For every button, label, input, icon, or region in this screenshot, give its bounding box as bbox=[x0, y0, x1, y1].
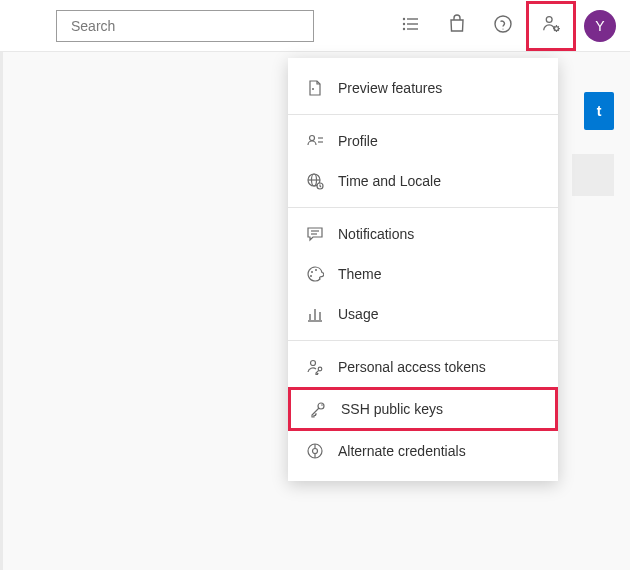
svg-point-5 bbox=[404, 18, 405, 19]
svg-point-21 bbox=[311, 271, 313, 273]
key-icon bbox=[309, 400, 327, 418]
svg-point-31 bbox=[321, 404, 323, 406]
svg-point-7 bbox=[404, 28, 405, 29]
palette-icon bbox=[306, 265, 324, 283]
bar-chart-icon bbox=[306, 305, 324, 323]
svg-point-11 bbox=[554, 26, 558, 30]
svg-point-22 bbox=[315, 269, 317, 271]
menu-item-label: Preview features bbox=[338, 80, 442, 96]
menu-notifications[interactable]: Notifications bbox=[288, 214, 558, 254]
menu-divider bbox=[288, 114, 558, 115]
credentials-icon bbox=[306, 442, 324, 460]
menu-usage[interactable]: Usage bbox=[288, 294, 558, 334]
svg-point-23 bbox=[310, 275, 312, 277]
svg-point-29 bbox=[318, 367, 322, 371]
menu-item-label: Time and Locale bbox=[338, 173, 441, 189]
chat-icon bbox=[306, 225, 324, 243]
menu-divider bbox=[288, 207, 558, 208]
menu-personal-access-tokens[interactable]: Personal access tokens bbox=[288, 347, 558, 387]
svg-point-10 bbox=[546, 16, 552, 22]
menu-item-label: SSH public keys bbox=[341, 401, 443, 417]
topbar: Y bbox=[0, 0, 630, 52]
menu-item-label: Personal access tokens bbox=[338, 359, 486, 375]
help-icon bbox=[493, 14, 513, 38]
menu-item-label: Profile bbox=[338, 133, 378, 149]
menu-profile[interactable]: Profile bbox=[288, 121, 558, 161]
user-gear-icon bbox=[541, 14, 561, 38]
document-sparkle-icon bbox=[306, 79, 324, 97]
menu-theme[interactable]: Theme bbox=[288, 254, 558, 294]
svg-point-28 bbox=[311, 361, 316, 366]
svg-point-6 bbox=[404, 23, 405, 24]
globe-clock-icon bbox=[306, 172, 324, 190]
menu-divider bbox=[288, 340, 558, 341]
svg-point-12 bbox=[310, 136, 315, 141]
svg-point-9 bbox=[502, 28, 503, 29]
shopping-bag-icon bbox=[447, 14, 467, 38]
topbar-actions: Y bbox=[388, 1, 616, 51]
menu-item-label: Alternate credentials bbox=[338, 443, 466, 459]
marketplace-button[interactable] bbox=[434, 3, 480, 49]
partial-grey-panel bbox=[572, 154, 614, 196]
menu-time-locale[interactable]: Time and Locale bbox=[288, 161, 558, 201]
user-settings-button[interactable] bbox=[526, 1, 576, 51]
search-box[interactable] bbox=[56, 10, 314, 42]
menu-alternate-credentials[interactable]: Alternate credentials bbox=[288, 431, 558, 471]
partial-primary-button[interactable]: t bbox=[584, 92, 614, 130]
avatar-initial: Y bbox=[595, 18, 604, 34]
avatar[interactable]: Y bbox=[584, 10, 616, 42]
help-button[interactable] bbox=[480, 3, 526, 49]
menu-ssh-public-keys[interactable]: SSH public keys bbox=[288, 387, 558, 431]
partial-button-text: t bbox=[597, 103, 602, 119]
list-button[interactable] bbox=[388, 3, 434, 49]
svg-point-33 bbox=[313, 449, 318, 454]
list-icon bbox=[401, 14, 421, 38]
menu-item-label: Notifications bbox=[338, 226, 414, 242]
search-input[interactable] bbox=[71, 18, 305, 34]
menu-item-label: Usage bbox=[338, 306, 378, 322]
menu-item-label: Theme bbox=[338, 266, 382, 282]
person-key-icon bbox=[306, 358, 324, 376]
menu-preview-features[interactable]: Preview features bbox=[288, 68, 558, 108]
person-card-icon bbox=[306, 132, 324, 150]
user-settings-menu: Preview features Profile Time and Locale bbox=[288, 58, 558, 481]
svg-point-8 bbox=[495, 16, 511, 32]
